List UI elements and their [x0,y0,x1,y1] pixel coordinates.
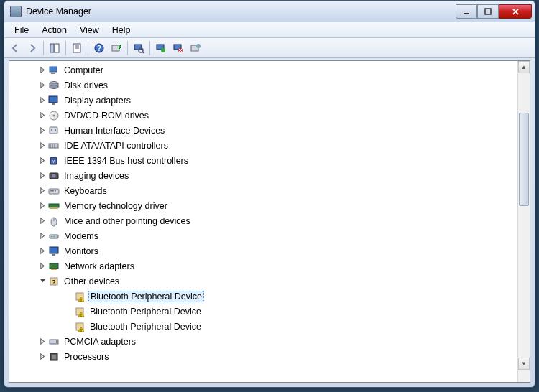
expand-icon[interactable] [38,126,47,135]
back-button[interactable] [7,40,23,56]
device-manager-window: Device Manager ✕ File Action View Help ?… [4,0,535,388]
expand-icon[interactable] [38,202,47,210]
maximize-button[interactable] [477,4,499,19]
expand-icon[interactable] [38,172,47,180]
tree-item-label: Computer [63,65,105,75]
menu-action[interactable]: Action [36,24,73,37]
warning-icon [74,321,86,332]
tree-item-label: Disk drives [63,80,109,90]
expand-icon[interactable] [38,337,47,346]
svg-rect-46 [55,44,59,52]
tree-item-label: IEEE 1394 Bus host controllers [63,156,190,166]
expand-icon[interactable] [38,232,47,241]
tree-item[interactable]: Human Interface Devices [9,123,517,138]
toolbar-separator [65,41,66,55]
properties-button[interactable] [69,40,85,56]
tree-item-label: PCMCIA adapters [63,337,137,347]
tree-item-label: Monitors [63,246,100,256]
app-icon [10,6,22,17]
update-driver-button[interactable] [109,40,124,56]
tree-item[interactable]: Monitors [9,243,517,258]
tree-item-label: Imaging devices [63,171,130,181]
expand-icon[interactable] [38,247,47,256]
close-button[interactable]: ✕ [499,4,532,19]
tree-item[interactable]: Disk drives [9,78,517,93]
1394-icon [48,155,60,167]
tree-item[interactable]: Memory technology driver [9,198,517,213]
expand-icon [64,322,73,331]
tree-item[interactable]: Bluetooth Peripheral Device [9,289,517,304]
window-title: Device Manager [26,6,456,17]
tree-item[interactable]: Bluetooth Peripheral Device [9,319,517,334]
menu-file[interactable]: File [9,24,34,37]
expand-icon[interactable] [38,141,47,150]
minimize-button[interactable] [456,4,477,19]
tree-item[interactable]: PCMCIA adapters [9,334,517,349]
warning-icon [74,306,86,317]
tree-item[interactable]: Network adapters [9,258,517,274]
add-legacy-button[interactable] [188,40,203,56]
expand-icon[interactable] [38,111,47,120]
disk-icon [48,80,60,91]
titlebar[interactable]: Device Manager ✕ [4,1,535,22]
tree-item[interactable]: DVD/CD-ROM drives [9,108,517,123]
tree-item[interactable]: Computer [9,62,517,78]
uninstall-button[interactable] [153,40,169,56]
display-icon [48,95,60,106]
collapse-icon[interactable] [38,277,47,286]
forward-button[interactable] [24,40,40,56]
vertical-scrollbar[interactable]: ▲ ▼ [517,61,530,370]
warning-icon [74,291,86,302]
expand-icon[interactable] [38,187,47,195]
scan-hardware-button[interactable] [131,40,147,56]
imaging-icon [48,170,60,182]
help-button[interactable]: ? [91,40,107,56]
expand-icon[interactable] [38,66,47,75]
scroll-down-button[interactable]: ▼ [518,358,530,370]
monitor-icon [48,246,60,257]
tree-item[interactable]: Display adapters [9,93,517,108]
tree-item-label: DVD/CD-ROM drives [63,111,150,121]
show-hide-console-tree-button[interactable] [47,40,63,56]
window-buttons: ✕ [456,4,532,19]
disable-button[interactable] [170,40,186,56]
menu-view[interactable]: View [74,24,105,37]
tree-item[interactable]: Imaging devices [9,168,517,183]
expand-icon [64,292,73,301]
toolbar: ? [4,38,535,58]
toolbar-separator [43,41,44,55]
expand-icon[interactable] [38,157,47,165]
scroll-thumb[interactable] [519,113,529,206]
svg-rect-45 [50,44,54,52]
tree-item-label: Keyboards [63,186,109,196]
tree-item[interactable]: Other devices [9,274,517,289]
tree-item[interactable]: Mice and other pointing devices [9,213,517,228]
tree-item-label: Network adapters [63,261,136,271]
tree-item[interactable]: Processors [9,349,517,364]
device-tree[interactable]: ComputerDisk drivesDisplay adaptersDVD/C… [9,61,517,382]
menu-help[interactable]: Help [106,24,137,37]
expand-icon [64,307,73,316]
other-icon [48,276,60,287]
tree-item-label: IDE ATA/ATAPI controllers [63,141,170,151]
tree-item-label: Bluetooth Peripheral Device [88,291,204,302]
expand-icon[interactable] [38,96,47,105]
tree-item-label: Processors [63,352,111,362]
scroll-up-button[interactable]: ▲ [518,61,530,73]
toolbar-separator [88,41,88,55]
tree-item[interactable]: Keyboards [9,183,517,198]
tree-item[interactable]: Bluetooth Peripheral Device [9,304,517,319]
svg-point-57 [161,48,165,52]
tree-item-label: Memory technology driver [63,201,169,211]
expand-icon[interactable] [38,353,47,361]
tree-item[interactable]: IDE ATA/ATAPI controllers [9,138,517,153]
tree-item-label: Bluetooth Peripheral Device [88,322,203,332]
tree-item[interactable]: Modems [9,228,517,243]
svg-line-55 [142,52,144,53]
expand-icon[interactable] [38,81,47,90]
tree-item-label: Bluetooth Peripheral Device [88,307,203,317]
expand-icon[interactable] [38,262,47,271]
expand-icon[interactable] [38,217,47,225]
tree-item[interactable]: IEEE 1394 Bus host controllers [9,153,517,168]
scroll-track[interactable] [518,73,530,358]
